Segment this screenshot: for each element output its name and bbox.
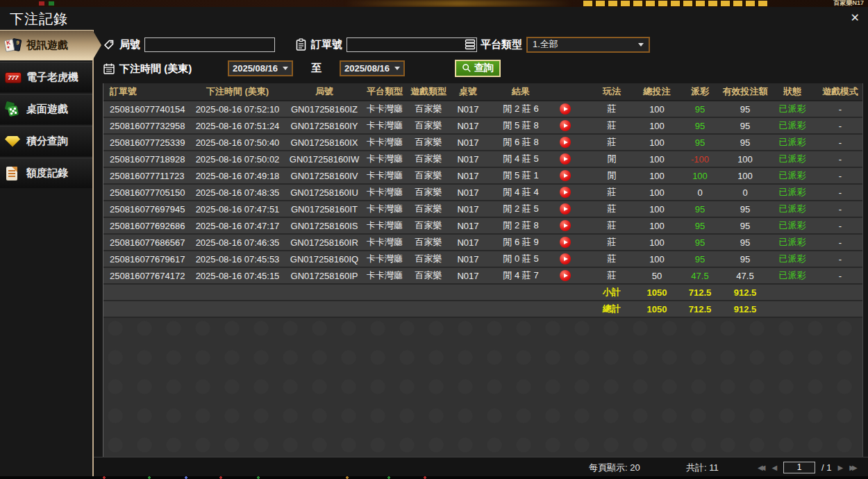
- table-row: 2508160776926862025-08-16 07:47:17GN0172…: [103, 218, 862, 235]
- table-header-row: 訂單號下注時間 (美東)局號平台類型遊戲類型桌號結果玩法總投注派彩有效投注額狀態…: [103, 83, 862, 101]
- page-number-input[interactable]: 1: [783, 462, 815, 473]
- replay-button[interactable]: [560, 137, 571, 148]
- date-from-picker[interactable]: 2025/08/16: [228, 60, 293, 76]
- cell-play: 莊: [587, 268, 636, 283]
- sidebar-item-table-games[interactable]: 桌面遊戲: [0, 94, 92, 124]
- cell-time: 2025-08-16 07:52:10: [189, 101, 286, 117]
- subtotal-row-valid: 912.5: [722, 285, 768, 300]
- page-total-label: / 1: [821, 462, 831, 473]
- cell-time: 2025-08-16 07:50:02: [189, 151, 286, 167]
- cell-platform: 卡卡灣廳: [362, 235, 407, 250]
- order-number-input[interactable]: [347, 37, 477, 52]
- cell-payout: 95: [678, 235, 722, 250]
- cell-mode: -: [817, 201, 864, 217]
- sidebar-item-video-games[interactable]: 9 K♥ 視訊遊戲: [0, 30, 101, 60]
- column-header-total: 總投注: [636, 83, 678, 100]
- play-icon: [564, 174, 568, 178]
- replay-button[interactable]: [560, 120, 571, 131]
- cell-payout: 0: [678, 185, 722, 200]
- replay-button[interactable]: [560, 103, 571, 115]
- play-icon: [564, 140, 568, 144]
- cell-payout: 95: [678, 251, 722, 267]
- prev-page-button[interactable]: ◀: [771, 464, 777, 471]
- cell-table: N017: [450, 101, 486, 117]
- platform-type-filter: 平台類型 1.全部: [464, 36, 650, 53]
- sidebar-item-slots[interactable]: 777 電子老虎機: [0, 62, 92, 92]
- replay-button[interactable]: [560, 153, 571, 165]
- last-page-button[interactable]: ▶▶: [849, 464, 857, 471]
- replay-button[interactable]: [560, 253, 571, 264]
- sidebar-item-quota-records[interactable]: 額度記錄: [0, 158, 92, 188]
- grand-total-row-valid: 912.5: [722, 301, 768, 317]
- replay-button[interactable]: [560, 220, 571, 231]
- chevron-down-icon: [283, 67, 288, 70]
- cell-time: 2025-08-16 07:46:35: [189, 235, 286, 250]
- cell-status: 已派彩: [768, 185, 817, 200]
- replay-button[interactable]: [560, 187, 571, 198]
- table-row: 2508160776796172025-08-16 07:45:53GN0172…: [103, 251, 862, 268]
- cell-round: GN017258160IX: [286, 135, 362, 150]
- next-page-button[interactable]: ▶: [838, 464, 844, 471]
- sidebar-item-points-inquiry[interactable]: 積分查詢: [0, 126, 92, 156]
- background-page-top-strip: 百家樂N17: [0, 0, 868, 7]
- cell-round: GN017258160IY: [286, 118, 362, 133]
- cell-valid: 95: [722, 101, 768, 117]
- cell-platform: 卡卡灣廳: [362, 268, 407, 283]
- replay-button[interactable]: [560, 237, 571, 248]
- cell-total: 100: [636, 235, 678, 250]
- subtotal-row-mode: [817, 285, 864, 300]
- replay-button[interactable]: [560, 270, 571, 281]
- cell-result: 閒 5 莊 1: [486, 168, 587, 183]
- bet-records-dialog: 下注記錄 ✕ 9 K♥ 視訊遊戲 777 電子老虎機 桌面遊戲 積分查詢: [0, 7, 868, 476]
- grand-total-row-payout: 712.5: [678, 301, 722, 317]
- platform-type-select[interactable]: 1.全部: [526, 37, 650, 53]
- replay-button[interactable]: [560, 170, 571, 181]
- search-button[interactable]: 查詢: [455, 60, 501, 77]
- play-icon: [564, 257, 568, 261]
- cell-play: 莊: [587, 235, 636, 250]
- column-header-game: 遊戲類型: [407, 83, 450, 100]
- cell-play: 莊: [587, 218, 636, 233]
- close-icon[interactable]: ✕: [851, 12, 860, 24]
- play-icon: [564, 274, 568, 278]
- cell-total: 100: [636, 101, 678, 117]
- column-header-order: 訂單號: [103, 83, 189, 100]
- cell-mode: -: [817, 151, 864, 167]
- cell-total: 100: [636, 118, 678, 133]
- subtotal-row-play: 小計: [587, 285, 636, 300]
- cell-play: 莊: [587, 101, 636, 117]
- platform-stack-icon: [464, 38, 476, 51]
- round-number-input[interactable]: [144, 37, 275, 52]
- grand-total-row-result: [486, 301, 587, 317]
- cell-status: 已派彩: [768, 135, 817, 150]
- grand-total-row-platform: [362, 301, 407, 317]
- subtotal-row-platform: [362, 285, 407, 300]
- grand-total-row-play: 總計: [587, 301, 636, 317]
- cell-valid: 95: [722, 218, 768, 233]
- cell-order: 250816077674172: [103, 268, 189, 283]
- table-row: 2508160776979452025-08-16 07:47:51GN0172…: [103, 201, 862, 218]
- cell-valid: 95: [722, 201, 768, 217]
- cell-status: 已派彩: [768, 268, 817, 283]
- cell-table: N017: [450, 201, 486, 217]
- grand-total-row-mode: [817, 301, 864, 317]
- play-icon: [564, 190, 568, 194]
- result-text: 閒 4 莊 5: [486, 153, 556, 165]
- cell-table: N017: [450, 185, 486, 200]
- sidebar-item-label: 積分查詢: [26, 135, 68, 148]
- first-page-button[interactable]: ◀◀: [758, 464, 765, 471]
- cell-order: 250816077697945: [103, 201, 189, 217]
- date-to-picker[interactable]: 2025/08/16: [340, 60, 405, 76]
- cell-play: 莊: [587, 118, 636, 133]
- cell-platform: 卡卡灣廳: [362, 185, 407, 200]
- column-header-valid: 有效投注額: [722, 83, 768, 100]
- column-header-play: 玩法: [587, 83, 636, 100]
- cell-mode: -: [817, 185, 864, 200]
- sidebar-item-label: 視訊遊戲: [26, 39, 68, 52]
- cell-valid: 47.5: [722, 268, 768, 283]
- cell-payout: 47.5: [678, 268, 722, 283]
- cell-mode: -: [817, 101, 864, 117]
- cell-table: N017: [450, 235, 486, 250]
- replay-button[interactable]: [560, 203, 571, 215]
- cell-mode: -: [817, 118, 864, 133]
